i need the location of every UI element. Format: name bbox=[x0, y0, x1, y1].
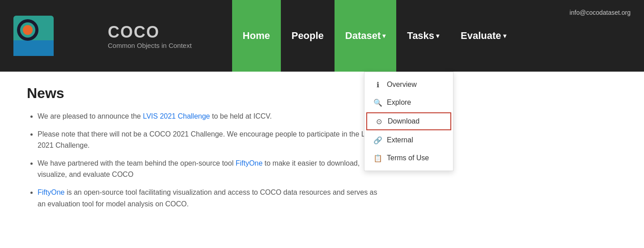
main-nav: Home People Dataset ▾ Tasks ▾ Evaluate ▾ bbox=[232, 0, 517, 72]
main-content: News We are pleased to announce the LVIS… bbox=[0, 72, 644, 223]
news-item-4: FiftyOne is an open-source tool facilita… bbox=[38, 187, 386, 210]
nav-home[interactable]: Home bbox=[232, 0, 281, 72]
svg-point-12 bbox=[23, 25, 33, 35]
nav-dataset[interactable]: Dataset ▾ bbox=[335, 0, 396, 72]
nav-people[interactable]: People bbox=[281, 0, 335, 72]
search-icon: 🔍 bbox=[373, 98, 382, 107]
dropdown-overview[interactable]: ℹ Overview bbox=[364, 76, 453, 94]
dropdown-terms[interactable]: 📋 Terms of Use bbox=[364, 149, 453, 167]
fiftyone-link-1[interactable]: FiftyOne bbox=[236, 159, 263, 167]
dataset-dropdown: ℹ Overview 🔍 Explore ⊙ Download 🔗 Extern… bbox=[364, 72, 453, 171]
external-icon: 🔗 bbox=[373, 136, 382, 145]
nav-evaluate[interactable]: Evaluate ▾ bbox=[450, 0, 517, 72]
svg-rect-9 bbox=[13, 40, 54, 56]
coco-logo-graphic bbox=[13, 16, 54, 56]
news-list: We are pleased to announce the LVIS 2021… bbox=[27, 111, 617, 210]
download-icon: ⊙ bbox=[374, 117, 383, 126]
logo-title: COCO bbox=[108, 23, 192, 42]
news-heading: News bbox=[27, 85, 617, 102]
header-email: info@cocodataset.org bbox=[570, 9, 631, 16]
news-item-3: We have partnered with the team behind t… bbox=[38, 158, 386, 180]
fiftyone-link-2[interactable]: FiftyOne bbox=[38, 188, 64, 196]
lvis-challenge-link[interactable]: LVIS 2021 Challenge bbox=[143, 112, 210, 120]
evaluate-chevron-icon: ▾ bbox=[503, 32, 506, 39]
tasks-chevron-icon: ▾ bbox=[436, 32, 439, 39]
news-item-2: Please note that there will not be a COC… bbox=[38, 128, 386, 151]
dataset-chevron-icon: ▾ bbox=[382, 32, 386, 39]
dropdown-explore[interactable]: 🔍 Explore bbox=[364, 94, 453, 111]
news-item-1: We are pleased to announce the LVIS 2021… bbox=[38, 111, 386, 122]
logo-text: COCO Common Objects in Context bbox=[108, 23, 192, 49]
dropdown-download[interactable]: ⊙ Download bbox=[366, 112, 451, 130]
nav-tasks[interactable]: Tasks ▾ bbox=[396, 0, 450, 72]
info-icon: ℹ bbox=[373, 80, 382, 89]
logo-area: COCO Common Objects in Context bbox=[13, 16, 192, 56]
dropdown-external[interactable]: 🔗 External bbox=[364, 131, 453, 149]
header: COCO Common Objects in Context Home Peop… bbox=[0, 0, 644, 72]
logo-subtitle: Common Objects in Context bbox=[108, 42, 192, 49]
terms-icon: 📋 bbox=[373, 154, 382, 162]
